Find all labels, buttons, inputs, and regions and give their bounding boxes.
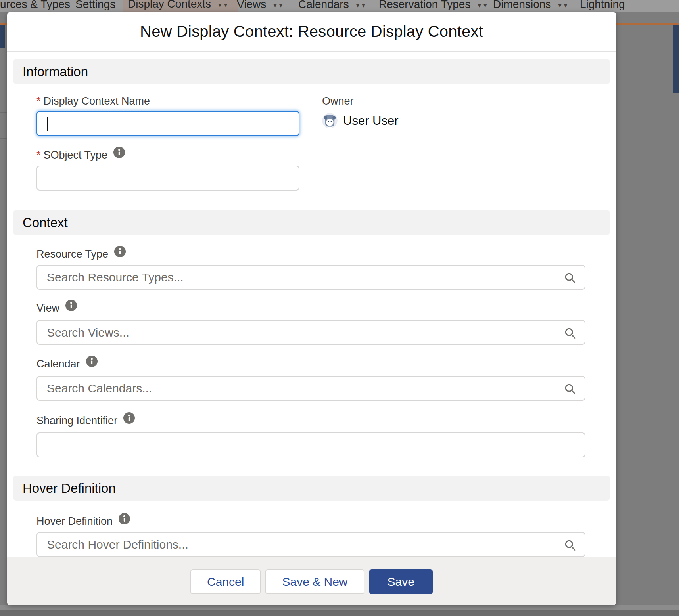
calendar-label: Calendar — [36, 357, 585, 371]
sharing-identifier-label: Sharing Identifier — [36, 413, 585, 428]
info-icon[interactable] — [86, 356, 98, 370]
tab-views[interactable]: Views▾▾ — [237, 0, 285, 12]
tab-calendars[interactable]: Calendars▾▾ — [298, 0, 368, 12]
section-hover-definition: Hover Definition — [13, 476, 610, 501]
info-icon[interactable] — [123, 412, 135, 427]
backdrop-bottom-band — [0, 605, 679, 610]
page-header-sliver-left — [0, 25, 5, 48]
hover-definition-lookup[interactable] — [36, 532, 585, 557]
search-icon[interactable] — [564, 383, 577, 396]
resource-type-search-field[interactable] — [37, 266, 585, 289]
cancel-button[interactable]: Cancel — [190, 569, 261, 594]
save-and-new-button[interactable]: Save & New — [265, 569, 364, 594]
display-context-name-field[interactable] — [37, 112, 299, 135]
view-lookup[interactable] — [36, 320, 585, 345]
info-icon[interactable] — [114, 246, 126, 260]
sharing-identifier-field[interactable] — [37, 433, 585, 457]
section-title: Context — [23, 215, 68, 230]
tab-reservation-types[interactable]: Reservation Types▾▾ — [379, 0, 489, 12]
sobject-type-field[interactable] — [37, 166, 299, 190]
tab-dimensions[interactable]: Dimensions▾▾ — [493, 0, 570, 12]
section-context: Context — [13, 210, 610, 235]
calendar-search-field[interactable] — [37, 377, 585, 400]
resource-type-lookup[interactable] — [36, 265, 585, 290]
tab-settings[interactable]: Settings — [75, 0, 115, 12]
avatar — [322, 113, 338, 128]
view-label: View — [36, 301, 585, 315]
info-icon[interactable] — [119, 513, 130, 527]
search-icon[interactable] — [564, 539, 577, 552]
owner-label: Owner — [322, 95, 399, 107]
sobject-type-input[interactable] — [36, 166, 299, 191]
tab-lightning[interactable]: Lightning — [580, 0, 625, 12]
new-display-context-modal: New Display Context: Resource Display Co… — [7, 12, 616, 605]
backdrop-row-divider — [0, 138, 7, 139]
background-tab-bar: urces & Types Settings Display Contexts▾… — [0, 0, 679, 12]
calendar-lookup[interactable] — [36, 376, 585, 401]
modal-header: New Display Context: Resource Display Co… — [7, 12, 616, 52]
chevron-down-icon[interactable]: ▾▾ — [478, 0, 489, 12]
sobject-type-label: * SObject Type — [36, 148, 299, 162]
backdrop-row-divider — [0, 112, 7, 113]
display-context-name-input[interactable] — [36, 111, 299, 136]
text-cursor — [47, 117, 48, 131]
modal-body: Information * Display Context Name * SOb… — [7, 52, 616, 557]
required-asterisk: * — [36, 149, 41, 161]
chevron-down-icon[interactable]: ▾▾ — [218, 0, 230, 12]
required-asterisk: * — [36, 95, 41, 107]
chevron-down-icon[interactable]: ▾▾ — [273, 0, 285, 12]
resource-type-label: Resource Type — [36, 247, 585, 261]
view-search-field[interactable] — [37, 321, 585, 344]
info-icon[interactable] — [65, 300, 77, 314]
tab-resources-and-types[interactable]: urces & Types — [0, 0, 70, 12]
sharing-identifier-input[interactable] — [36, 432, 585, 457]
hover-definition-label: Hover Definition — [36, 514, 585, 528]
section-information: Information — [13, 59, 610, 84]
search-icon[interactable] — [564, 272, 577, 285]
search-icon[interactable] — [564, 327, 577, 340]
page-header-sliver-right — [673, 25, 679, 93]
owner-value: User User — [343, 114, 399, 128]
chevron-down-icon[interactable]: ▾▾ — [558, 0, 570, 12]
backdrop-bottom-band — [0, 610, 679, 616]
chevron-down-icon[interactable]: ▾▾ — [356, 0, 368, 12]
modal-title: New Display Context: Resource Display Co… — [140, 23, 483, 40]
section-title: Information — [23, 64, 88, 79]
modal-footer: Cancel Save & New Save — [7, 557, 616, 605]
tab-display-contexts[interactable]: Display Contexts▾▾ — [123, 0, 238, 12]
hover-definition-search-field[interactable] — [37, 533, 585, 556]
section-title: Hover Definition — [23, 481, 116, 496]
info-icon[interactable] — [113, 147, 125, 161]
display-context-name-label: * Display Context Name — [36, 95, 299, 107]
save-button[interactable]: Save — [369, 569, 433, 594]
